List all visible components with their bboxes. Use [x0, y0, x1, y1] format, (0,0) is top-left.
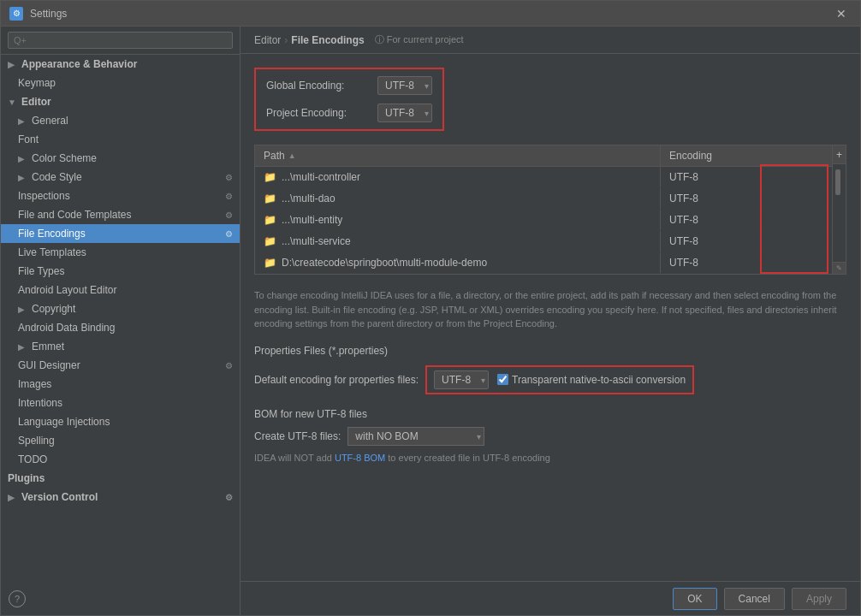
search-input[interactable] [8, 32, 233, 49]
project-encoding-select[interactable]: UTF-8 [377, 104, 432, 122]
table-row[interactable]: 📁 ...\multi-entity UTF-8 [255, 210, 832, 231]
sidebar-item-label: Editor [21, 96, 51, 108]
project-encoding-row: Project Encoding: UTF-8 ▾ [266, 104, 432, 122]
bom-create-label: Create UTF-8 files: [254, 430, 341, 442]
default-encoding-label: Default encoding for properties files: [254, 374, 419, 386]
properties-encoding-select[interactable]: UTF-8 [434, 370, 489, 389]
ok-button[interactable]: OK [673, 588, 716, 610]
vc-icon: ⚙ [225, 493, 233, 502]
title-bar: ⚙ Settings ✕ [1, 1, 860, 27]
table-cell-encoding: UTF-8 [661, 231, 832, 252]
sidebar-item-emmet[interactable]: ▶ Emmet [1, 337, 240, 356]
table-cell-path: 📁 ...\multi-entity [255, 210, 661, 230]
folder-icon: 📁 [264, 214, 276, 226]
sidebar-item-file-code-templates[interactable]: File and Code Templates ⚙ [1, 205, 240, 224]
native-to-ascii-checkbox[interactable] [497, 374, 508, 385]
table-cell-path: 📁 ...\multi-controller [255, 167, 661, 187]
bom-select[interactable]: with NO BOM [347, 427, 484, 446]
global-encoding-label: Global Encoding: [266, 80, 377, 92]
table-cell-path: 📁 ...\multi-service [255, 231, 661, 252]
expand-icon: ▶ [18, 116, 28, 126]
sidebar-item-font[interactable]: Font [1, 130, 240, 149]
bom-info-link[interactable]: UTF-8 BOM [335, 453, 385, 463]
expand-icon: ▶ [18, 154, 28, 163]
native-to-ascii-label: Transparent native-to-ascii conversion [512, 374, 686, 386]
sidebar-item-gui-designer[interactable]: GUI Designer ⚙ [1, 356, 240, 375]
sidebar-item-label: File and Code Templates [18, 209, 132, 221]
help-button[interactable]: ? [9, 590, 26, 607]
sidebar-item-keymap[interactable]: Keymap [1, 74, 240, 92]
project-encoding-select-wrapper: UTF-8 ▾ [377, 104, 432, 122]
templates-icon: ⚙ [225, 210, 233, 220]
bom-info: IDEA will NOT add UTF-8 BOM to every cre… [254, 453, 846, 463]
sidebar-item-appearance[interactable]: ▶ Appearance & Behavior [1, 55, 240, 74]
sidebar-item-intentions[interactable]: Intentions [1, 394, 240, 412]
sidebar-item-label: Language Injections [18, 416, 110, 428]
sidebar-item-images[interactable]: Images [1, 375, 240, 394]
props-encoding-select-wrapper: UTF-8 ▾ [434, 370, 489, 389]
table-controls: + ✎ [833, 145, 846, 275]
sidebar-item-label: Copyright [32, 303, 75, 315]
cancel-button[interactable]: Cancel [724, 588, 785, 610]
sidebar-item-android-layout-editor[interactable]: Android Layout Editor [1, 281, 240, 299]
native-to-ascii-checkbox-label[interactable]: Transparent native-to-ascii conversion [497, 374, 686, 386]
properties-row: Default encoding for properties files: U… [254, 365, 846, 394]
properties-section-title: Properties Files (*.properties) [254, 345, 846, 357]
panel-content: Global Encoding: UTF-8 ▾ Project Encodin… [240, 54, 860, 581]
sidebar-item-code-style[interactable]: ▶ Code Style ⚙ [1, 168, 240, 187]
window-title: Settings [30, 8, 67, 20]
breadcrumb-note: ⓘ For current project [375, 33, 464, 46]
encoding-config-box: Global Encoding: UTF-8 ▾ Project Encodin… [254, 68, 444, 131]
global-encoding-row: Global Encoding: UTF-8 ▾ [266, 76, 432, 95]
sidebar-item-inspections[interactable]: Inspections ⚙ [1, 187, 240, 205]
bom-select-wrapper: with NO BOM ▾ [347, 427, 484, 446]
properties-section: Properties Files (*.properties) Default … [254, 345, 846, 394]
col-path-label: Path [264, 150, 285, 162]
table-row[interactable]: 📁 ...\multi-dao UTF-8 [255, 188, 832, 210]
bom-info-prefix: IDEA will NOT add [254, 453, 335, 463]
sidebar-item-plugins[interactable]: Plugins [1, 469, 240, 488]
sidebar-item-label: Font [18, 133, 39, 145]
table-row[interactable]: 📁 ...\multi-service UTF-8 [255, 231, 832, 252]
sidebar-item-language-injections[interactable]: Language Injections [1, 412, 240, 431]
apply-button[interactable]: Apply [792, 588, 846, 610]
expand-icon: ▶ [8, 493, 18, 502]
sidebar-item-label: Emmet [32, 341, 64, 352]
table-add-button[interactable]: + [833, 145, 846, 164]
sidebar-item-android-data-binding[interactable]: Android Data Binding [1, 318, 240, 337]
sidebar-item-file-types[interactable]: File Types [1, 262, 240, 281]
bom-info-suffix: to every created file in UTF-8 encoding [385, 453, 550, 463]
sidebar-item-version-control[interactable]: ▶ Version Control ⚙ [1, 488, 240, 506]
expand-icon: ▼ [8, 98, 18, 107]
sidebar-item-label: Color Scheme [32, 152, 97, 164]
app-icon: ⚙ [9, 7, 23, 21]
sidebar-item-label: Images [18, 378, 51, 390]
sidebar-item-copyright[interactable]: ▶ Copyright [1, 299, 240, 318]
sidebar-item-editor[interactable]: ▼ Editor [1, 92, 240, 111]
project-encoding-label: Project Encoding: [266, 107, 377, 119]
sidebar-item-color-scheme[interactable]: ▶ Color Scheme [1, 149, 240, 168]
path-encoding-table: Path ▲ Encoding 📁 [254, 145, 833, 275]
sidebar: ▶ Appearance & Behavior Keymap ▼ Editor … [1, 27, 240, 615]
info-text: To change encoding IntelliJ IDEA uses fo… [254, 288, 846, 331]
encodings-icon: ⚙ [225, 229, 233, 239]
table-scroll-edit-btn[interactable]: ✎ [833, 262, 846, 274]
sidebar-item-label: Intentions [18, 397, 62, 409]
table-scrollbar-track [833, 164, 846, 262]
global-encoding-select-wrapper: UTF-8 ▾ [377, 76, 432, 95]
sidebar-item-label: Live Templates [18, 246, 86, 258]
settings-window: ⚙ Settings ✕ ▶ Appearance & Behavior Key… [0, 0, 861, 616]
table-row[interactable]: 📁 D:\createcode\springboot\multi-module-… [255, 252, 832, 274]
table-row[interactable]: 📁 ...\multi-controller UTF-8 [255, 167, 832, 188]
gui-icon: ⚙ [225, 361, 233, 370]
sidebar-item-live-templates[interactable]: Live Templates [1, 243, 240, 262]
path-text: ...\multi-entity [282, 214, 342, 226]
sidebar-item-file-encodings[interactable]: File Encodings ⚙ [1, 224, 240, 243]
sidebar-item-label: Code Style [32, 171, 82, 183]
sidebar-item-spelling[interactable]: Spelling [1, 431, 240, 450]
sidebar-item-general[interactable]: ▶ General [1, 111, 240, 130]
close-button[interactable]: ✕ [831, 5, 852, 22]
code-style-icon: ⚙ [225, 173, 233, 182]
global-encoding-select[interactable]: UTF-8 [377, 76, 432, 95]
sidebar-item-todo[interactable]: TODO [1, 450, 240, 469]
